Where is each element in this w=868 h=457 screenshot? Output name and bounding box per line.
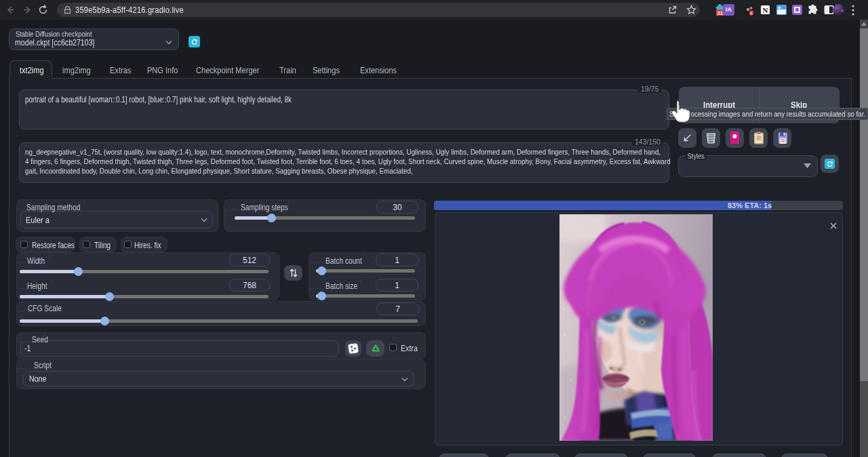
svg-text:21: 21	[717, 10, 722, 16]
svg-text:N: N	[762, 6, 768, 14]
